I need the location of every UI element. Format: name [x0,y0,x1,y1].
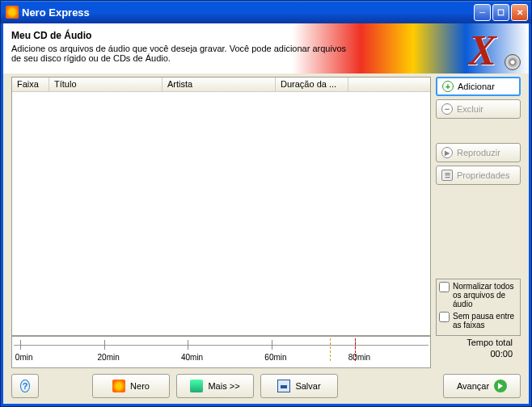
more-label: Mais >> [208,381,239,391]
header: Meu CD de Áudio Adicione os arquivos de … [3,23,529,73]
main-row: Faixa Título Artista Duração da ... + Ad… [3,73,529,336]
save-button[interactable]: Salvar [260,374,338,398]
nero-label: Nero [130,381,150,391]
col-spacer [348,78,430,91]
total-time-label: Tempo total [436,338,513,347]
total-time-value: 00:00 [436,349,513,359]
play-icon: ▶ [441,147,453,158]
tick-0: 0min [15,353,33,362]
normalize-option[interactable]: Normalizar todos os arquivos de áudio [439,282,517,308]
col-title[interactable]: Título [49,78,163,91]
options-box: Normalizar todos os arquivos de áudio Se… [436,279,521,336]
properties-button[interactable]: ☰ Propriedades [436,166,521,185]
col-artist[interactable]: Artista [163,78,276,91]
next-button[interactable]: Avançar [443,374,521,398]
properties-label: Propriedades [457,170,509,180]
tick-40: 40min [181,353,203,362]
page-description: Adicione os arquivos de áudio que você d… [11,44,351,63]
delete-button[interactable]: − Excluir [436,99,521,119]
window-buttons: ─ ☐ ✕ [474,4,528,21]
normalize-label: Normalizar todos os arquivos de áudio [453,282,517,308]
close-button[interactable]: ✕ [511,4,528,21]
tick-20: 20min [98,353,120,362]
marker-74min [330,338,331,361]
track-list-area: Faixa Título Artista Duração da ... [11,77,431,336]
col-track[interactable]: Faixa [12,78,49,91]
save-icon [277,380,290,392]
side-panel: + Adicionar − Excluir ▶ Reproduzir ☰ Pro… [436,77,521,336]
track-listview[interactable]: Faixa Título Artista Duração da ... [11,77,431,336]
nero-icon [112,380,125,392]
arrow-right-icon [494,380,507,392]
page-title: Meu CD de Áudio [11,30,521,41]
normalize-checkbox[interactable] [439,282,450,292]
play-label: Reproduzir [457,148,500,157]
tick-80: 80min [348,353,370,362]
total-time-box: Tempo total 00:00 [436,336,521,368]
minimize-button[interactable]: ─ [474,4,491,21]
bottom-bar: ? Nero Mais >> Salvar Avançar [3,368,529,404]
help-button[interactable]: ? [11,374,39,398]
help-icon: ? [20,380,30,392]
col-duration[interactable]: Duração da ... [276,78,348,91]
disc-icon [505,54,521,70]
properties-icon: ☰ [441,170,453,181]
play-button[interactable]: ▶ Reproduzir [436,143,521,162]
delete-label: Excluir [457,104,483,114]
app-window: Nero Express ─ ☐ ✕ Meu CD de Áudio Adici… [0,0,532,407]
add-button[interactable]: + Adicionar [436,77,521,96]
window-title: Nero Express [22,6,474,19]
nogap-checkbox[interactable] [439,312,450,322]
marker-80min [355,338,356,361]
nogap-option[interactable]: Sem pausa entre as faixas [439,312,517,329]
titlebar[interactable]: Nero Express ─ ☐ ✕ [1,1,531,23]
nero-button[interactable]: Nero [92,374,170,398]
tick-60: 60min [264,353,286,362]
more-button[interactable]: Mais >> [176,374,254,398]
more-icon [190,380,203,392]
save-label: Salvar [295,381,320,391]
minus-icon: − [441,103,453,115]
lower-row: 0min 20min 40min 60min 80min Tempo total… [3,336,529,368]
add-label: Adicionar [458,82,495,91]
list-header: Faixa Título Artista Duração da ... [12,78,430,92]
app-icon [6,6,19,19]
timeline[interactable]: 0min 20min 40min 60min 80min [11,336,431,368]
nogap-label: Sem pausa entre as faixas [453,312,517,329]
plus-icon: + [442,81,454,92]
timeline-track [14,345,429,346]
next-label: Avançar [457,381,489,391]
maximize-button[interactable]: ☐ [492,4,509,21]
client-area: Meu CD de Áudio Adicione os arquivos de … [1,23,531,406]
